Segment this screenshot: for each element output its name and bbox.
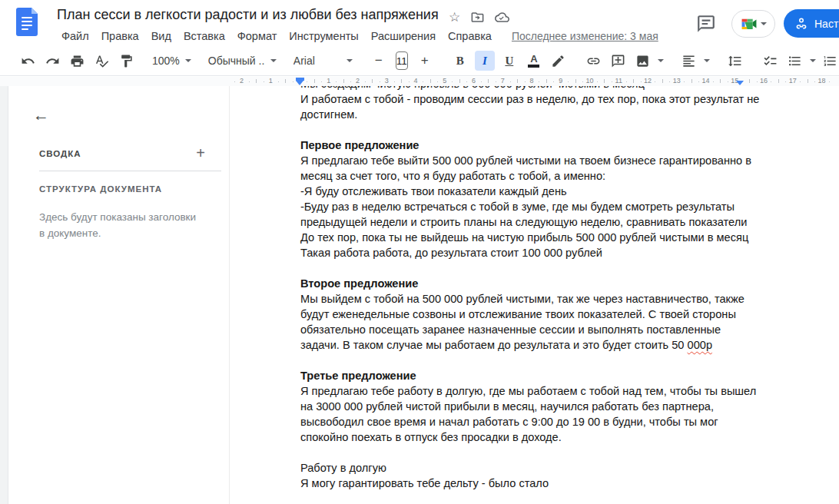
font-size-increase-icon[interactable]: + <box>415 51 435 71</box>
insert-link-icon[interactable] <box>584 51 604 71</box>
star-icon[interactable]: ☆ <box>449 11 460 25</box>
ruler-dot <box>409 81 410 82</box>
redo-icon[interactable] <box>42 51 62 71</box>
add-summary-icon[interactable]: + <box>196 144 205 162</box>
ruler-halftick <box>546 79 547 83</box>
menu-item-4[interactable]: Формат <box>231 28 284 44</box>
document-text[interactable]: Мы создадим чистую прибыль в 500 000 руб… <box>300 86 807 491</box>
zoom-select[interactable]: 100% <box>149 55 194 67</box>
open-comments-icon[interactable] <box>696 14 716 34</box>
misspelled-word[interactable]: 000р <box>688 339 712 351</box>
ruler-halftick <box>691 79 692 83</box>
doc-text-line[interactable]: Мы выйдем с тобой на 500 000 рублей чист… <box>300 291 807 307</box>
bulleted-list-icon[interactable] <box>785 51 805 71</box>
doc-text-line[interactable]: достигнем. <box>300 107 807 122</box>
align-left-icon[interactable] <box>679 51 699 71</box>
move-folder-icon[interactable] <box>470 10 485 25</box>
spellcheck-icon[interactable] <box>91 51 111 71</box>
font-family-value: Arial <box>293 55 341 67</box>
meet-call-button[interactable] <box>731 10 775 38</box>
checklist-icon[interactable] <box>761 51 781 71</box>
doc-text-line[interactable]: -Я буду отслеживать твои показатели кажд… <box>300 184 807 199</box>
image-dropdown-caret-icon[interactable] <box>658 59 664 62</box>
doc-text-line[interactable] <box>300 122 807 138</box>
italic-button[interactable]: I <box>475 51 495 71</box>
doc-text-line[interactable]: И работаем с тобой - проводим сессии раз… <box>300 91 807 107</box>
doc-text-line[interactable] <box>300 353 807 368</box>
google-docs-logo-icon[interactable] <box>16 8 38 36</box>
doc-text-line[interactable]: -Буду раз в неделю встречаться с тобой в… <box>300 199 807 214</box>
menu-item-0[interactable]: Файл <box>55 28 95 44</box>
add-comment-icon[interactable] <box>609 51 628 71</box>
ruler-number: 17 <box>789 77 797 85</box>
font-family-select[interactable]: Arial <box>290 55 356 67</box>
highlight-color-icon[interactable] <box>549 51 569 71</box>
doc-text-line[interactable]: будут еженедельные созвоны и отслеживани… <box>300 307 807 322</box>
doc-text-line[interactable]: До тех пор, пока ты не выйдешь на чистую… <box>300 230 807 245</box>
ruler-dot <box>321 81 322 82</box>
left-indent-marker[interactable] <box>296 81 303 85</box>
doc-text-line[interactable]: на 3000 000 рублей чистой прибыли в меся… <box>300 399 807 414</box>
ruler-dot <box>728 81 728 82</box>
doc-text-line[interactable]: Такая работа работа, до результата стоит… <box>300 245 807 260</box>
ruler-dot <box>669 81 670 82</box>
style-caret-icon <box>270 59 277 62</box>
font-size-decrease-icon[interactable]: − <box>369 51 389 71</box>
menu-item-2[interactable]: Вид <box>145 28 177 44</box>
font-caret-icon <box>347 59 353 62</box>
document-outline-heading: СТРУКТУРА ДОКУМЕНТА <box>39 184 162 194</box>
document-title[interactable]: План сесси в легкости радости и из любви… <box>57 7 439 23</box>
doc-text-line[interactable]: обязательно посещать заранее назначенные… <box>300 322 807 337</box>
doc-heading-line[interactable]: Третье предложение <box>300 368 807 383</box>
doc-heading-line[interactable]: Второе предложение <box>300 276 807 291</box>
undo-icon[interactable] <box>18 51 38 71</box>
insert-image-icon[interactable] <box>633 51 653 71</box>
paragraph-style-select[interactable]: Обычный ... <box>205 55 280 67</box>
ruler-dot <box>380 81 380 82</box>
doc-text-line[interactable]: предыдущей недели и строить планы на сле… <box>300 214 807 230</box>
align-dropdown-caret-icon[interactable] <box>704 59 710 62</box>
line-spacing-icon[interactable] <box>725 51 745 71</box>
menu-item-1[interactable]: Правка <box>95 28 145 44</box>
menu-item-5[interactable]: Инструменты <box>283 28 364 44</box>
share-button[interactable]: Настр <box>784 9 839 38</box>
doc-text-line[interactable] <box>300 260 807 276</box>
ruler-dot <box>641 81 642 82</box>
doc-text-line[interactable]: Я могу гарантировать тебе дельту - было … <box>300 476 807 491</box>
document-page[interactable]: Мы создадим чистую прибыль в 500 000 руб… <box>229 86 839 504</box>
ruler-halftick <box>372 79 373 83</box>
underline-button[interactable]: U <box>499 51 519 71</box>
menu-item-3[interactable]: Вставка <box>177 28 231 44</box>
doc-text-line[interactable]: Я предлагаю тебе выйти 500 000 рублей чи… <box>300 153 807 168</box>
doc-text-line[interactable]: Мы создадим чистую прибыль в 500 000 руб… <box>300 86 807 91</box>
first-line-indent-marker[interactable] <box>296 78 304 81</box>
menu-item-6[interactable]: Расширения <box>365 28 442 44</box>
doc-text-line[interactable]: Я предлагаю тебе работу в долгую, где мы… <box>300 383 807 399</box>
ruler-dot <box>452 81 453 82</box>
print-icon[interactable] <box>67 51 87 71</box>
paint-format-icon[interactable] <box>116 51 136 71</box>
ruler-halftick <box>575 79 576 83</box>
doc-heading-line[interactable]: Первое предложение <box>300 138 807 153</box>
doc-text-line[interactable]: задачи. В таком случае мы работаем до ре… <box>300 337 807 353</box>
doc-text-line[interactable] <box>300 445 807 460</box>
ruler-number: 10 <box>585 77 593 85</box>
last-edit-link[interactable]: Последнее изменение: 3 мая <box>512 30 658 42</box>
ruler-dot <box>365 81 366 82</box>
text-color-button[interactable]: A <box>524 51 544 71</box>
numbered-list-icon[interactable] <box>821 51 839 71</box>
font-size-input[interactable]: 11 <box>396 51 408 70</box>
right-indent-marker[interactable] <box>736 81 744 85</box>
bulleted-list-caret-icon[interactable] <box>810 59 816 62</box>
ruler-dot <box>234 81 235 82</box>
doc-text-line[interactable]: месяц за счет того, что я буду работать … <box>300 168 807 184</box>
doc-text-line[interactable]: высвободил свое время и начал работать с… <box>300 414 807 429</box>
bold-button[interactable]: B <box>450 51 470 71</box>
summary-heading: СВОДКА <box>39 149 81 158</box>
close-outline-icon[interactable]: ← <box>33 108 49 123</box>
doc-text-line[interactable]: спокойно поехать в отпуск без просадки в… <box>300 429 807 445</box>
horizontal-ruler[interactable]: 21123456789101112131415161718 <box>0 77 839 86</box>
doc-text-line[interactable]: Работу в долгую <box>300 460 807 476</box>
cloud-saved-icon[interactable] <box>495 10 509 25</box>
menu-item-7[interactable]: Справка <box>442 28 498 44</box>
